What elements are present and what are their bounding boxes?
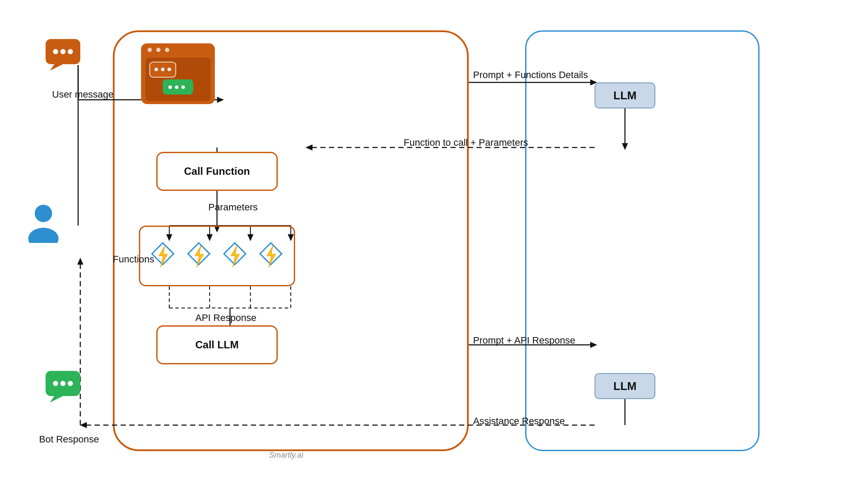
svg-point-44 [53,381,58,386]
call-llm-label: Call LLM [195,339,239,351]
svg-point-54 [165,48,169,52]
svg-point-46 [68,381,73,386]
app-window-icon [139,41,217,106]
functions-label: Functions [113,254,154,265]
svg-marker-33 [80,422,87,428]
llm-bottom-label: LLM [613,380,636,393]
lightning-icon-4 [258,241,284,271]
svg-point-63 [181,85,185,89]
svg-point-59 [168,68,171,71]
lightning-icon-2 [186,241,212,271]
prompt-api-response-label: Prompt + API Response [473,335,575,346]
llm-top-label: LLM [613,89,636,102]
svg-point-57 [155,68,158,71]
svg-marker-43 [50,396,63,403]
svg-point-61 [168,85,172,89]
svg-point-45 [60,381,66,386]
user-message-label: User message [52,89,114,100]
chat-bubble-green [43,369,82,405]
llm-box-top: LLM [595,82,655,108]
functions-box [139,226,295,286]
svg-point-52 [148,48,152,52]
call-llm-box: Call LLM [156,325,278,364]
bot-response-label: Bot Response [39,434,99,445]
llm-box-bottom: LLM [595,373,655,399]
svg-point-58 [161,68,164,71]
svg-point-48 [28,228,59,243]
svg-marker-38 [50,64,63,71]
svg-point-62 [175,85,178,89]
svg-point-39 [53,49,58,54]
call-function-box: Call Function [156,152,278,191]
svg-point-47 [35,205,52,222]
user-icon [26,204,61,243]
chat-bubble-orange [43,37,82,73]
watermark: Smartly.ai [269,451,303,460]
svg-point-40 [60,49,66,54]
svg-rect-51 [141,52,215,56]
function-call-params-label: Function to call + Parameters [404,137,528,148]
call-function-label: Call Function [184,165,250,177]
lightning-icon-3 [222,241,248,271]
svg-point-41 [68,49,73,54]
prompt-functions-label: Prompt + Functions Details [473,69,588,81]
api-response-label: API Response [195,312,256,324]
assistance-response-label: Assistance Response [473,416,565,427]
svg-point-53 [156,48,161,52]
svg-marker-35 [77,258,83,265]
parameters-label: Parameters [208,202,258,213]
